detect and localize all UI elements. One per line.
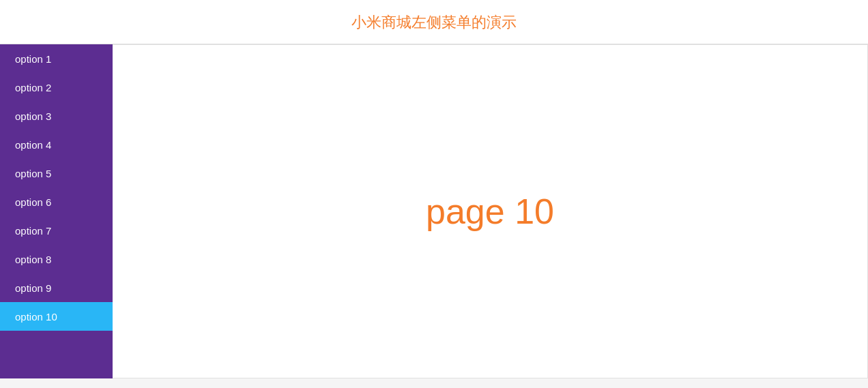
sidebar-item-9[interactable]: option 9 (0, 273, 113, 302)
header-title: 小米商城左侧菜单的演示 (351, 14, 517, 31)
sidebar-item-2[interactable]: option 2 (0, 73, 113, 102)
main-layout: option 1option 2option 3option 4option 5… (0, 44, 868, 378)
sidebar-item-6[interactable]: option 6 (0, 188, 113, 216)
header: 小米商城左侧菜单的演示 (0, 0, 868, 44)
sidebar: option 1option 2option 3option 4option 5… (0, 44, 113, 378)
sidebar-item-7[interactable]: option 7 (0, 216, 113, 245)
sidebar-item-10[interactable]: option 10 (0, 302, 113, 331)
sidebar-item-5[interactable]: option 5 (0, 159, 113, 188)
sidebar-item-1[interactable]: option 1 (0, 44, 113, 73)
content-area: page 10 (113, 44, 868, 378)
sidebar-item-3[interactable]: option 3 (0, 102, 113, 130)
sidebar-item-4[interactable]: option 4 (0, 130, 113, 159)
page-content: page 10 (426, 191, 554, 232)
sidebar-item-8[interactable]: option 8 (0, 245, 113, 273)
